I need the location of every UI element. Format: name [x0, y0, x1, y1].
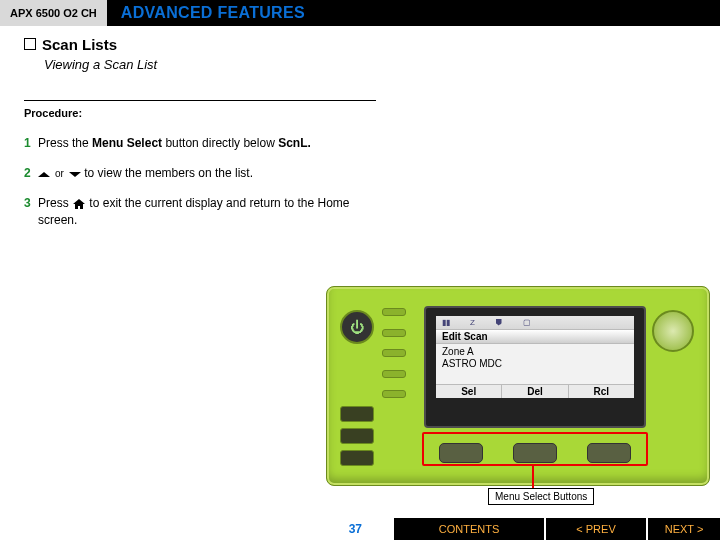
chapter-title: ADVANCED FEATURES — [107, 4, 305, 22]
battery-icon: ▢ — [523, 318, 531, 327]
section-subtitle: Viewing a Scan List — [44, 57, 696, 72]
step-number: 1 — [24, 135, 38, 151]
softkey-label: Rcl — [569, 385, 634, 398]
text: button directly below — [162, 136, 278, 150]
speaker-grille — [382, 308, 406, 398]
section-title: Scan Lists — [42, 36, 117, 53]
radio-device: ⏻ ▮▮ Z ⛊ ▢ Edit Scan Zone A ASTRO MDC Se… — [326, 286, 710, 486]
top-bar: APX 6500 O2 CH ADVANCED FEATURES — [0, 0, 720, 26]
softkey-label: Sel — [436, 385, 502, 398]
highlight-leader — [532, 466, 534, 488]
power-button: ⏻ — [340, 310, 374, 344]
footer: 37 CONTENTS < PREV NEXT > — [0, 518, 720, 540]
step-1: 1 Press the Menu Select button directly … — [24, 135, 384, 151]
lcd-body: Zone A ASTRO MDC — [436, 344, 634, 384]
arrow-up-icon — [38, 172, 50, 177]
volume-knob — [652, 310, 694, 352]
highlight-box — [422, 432, 648, 466]
step-3: 3 Press to exit the current display and … — [24, 195, 384, 227]
divider — [24, 100, 376, 101]
content-area: Scan Lists Viewing a Scan List Procedure… — [0, 26, 720, 228]
lcd-line: ASTRO MDC — [442, 358, 628, 370]
home-icon — [72, 198, 86, 210]
next-button[interactable]: NEXT > — [648, 518, 720, 540]
lcd-softkeys: Sel Del Rcl — [436, 384, 634, 398]
radio-lcd: ▮▮ Z ⛊ ▢ Edit Scan Zone A ASTRO MDC Sel … — [436, 316, 634, 398]
model-tab: APX 6500 O2 CH — [0, 0, 107, 26]
prev-button[interactable]: < PREV — [546, 518, 646, 540]
step-number: 3 — [24, 195, 38, 227]
text: Press the — [38, 136, 92, 150]
section-row: Scan Lists — [24, 36, 696, 53]
lcd-title: Edit Scan — [436, 330, 634, 344]
page-number: 37 — [0, 522, 392, 536]
callout-label: Menu Select Buttons — [488, 488, 594, 505]
lcd-status-bar: ▮▮ Z ⛊ ▢ — [436, 316, 634, 330]
contents-button[interactable]: CONTENTS — [394, 518, 544, 540]
lcd-line: Zone A — [442, 346, 628, 358]
step-text: Press the Menu Select button directly be… — [38, 135, 311, 151]
softkey-label: Del — [502, 385, 568, 398]
bullet-icon — [24, 38, 36, 50]
text: to view the members on the list. — [84, 166, 253, 180]
steps-list: 1 Press the Menu Select button directly … — [24, 135, 384, 228]
footer-nav: CONTENTS < PREV NEXT > — [392, 518, 720, 540]
text: Press — [38, 196, 72, 210]
step-2: 2 or to view the members on the list. — [24, 165, 384, 181]
signal-icon: ▮▮ — [442, 318, 450, 327]
step-text: Press to exit the current display and re… — [38, 195, 384, 227]
or-text: or — [55, 167, 64, 181]
secure-icon: ⛊ — [495, 318, 503, 327]
arrow-down-icon — [69, 172, 81, 177]
bold-text: Menu Select — [92, 136, 162, 150]
left-buttons — [340, 406, 374, 472]
up-down-icon: or — [38, 167, 81, 181]
step-text: or to view the members on the list. — [38, 165, 253, 181]
step-number: 2 — [24, 165, 38, 181]
procedure-label: Procedure: — [24, 107, 696, 119]
radio-screen-bezel: ▮▮ Z ⛊ ▢ Edit Scan Zone A ASTRO MDC Sel … — [424, 306, 646, 428]
bold-text: ScnL. — [278, 136, 311, 150]
scan-icon: Z — [470, 318, 475, 327]
